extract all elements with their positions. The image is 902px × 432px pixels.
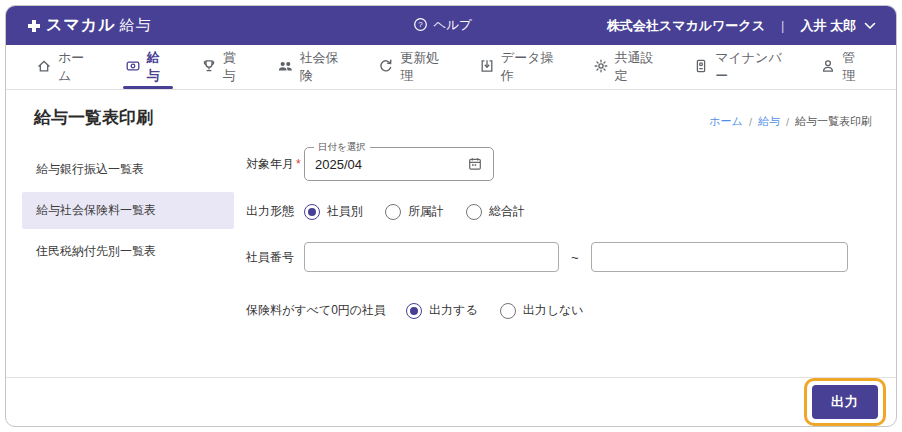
nav-item-social-insurance[interactable]: 社会保険 bbox=[277, 45, 349, 89]
radio-grand-total[interactable]: 総合計 bbox=[466, 203, 525, 220]
date-field-floating-label: 日付を選択 bbox=[314, 141, 370, 154]
print-settings-form: 対象年月* 日付を選択 2025/04 出力形態 社員別 bbox=[234, 145, 872, 377]
nav-item-admin[interactable]: 管理 bbox=[820, 45, 866, 89]
zero-premium-label: 保険料がすべて0円の社員 bbox=[246, 302, 386, 319]
radio-by-employee[interactable]: 社員別 bbox=[304, 203, 363, 220]
nav-item-payroll[interactable]: 給与 bbox=[125, 45, 171, 89]
help-question-icon: ? bbox=[413, 17, 428, 35]
sidebar-item-label: 給与銀行振込一覧表 bbox=[36, 162, 144, 176]
radio-label: 出力しない bbox=[523, 302, 584, 319]
sidebar-item-bank-transfer-list[interactable]: 給与銀行振込一覧表 bbox=[22, 151, 234, 188]
radio-icon bbox=[466, 204, 482, 220]
logo-product-text: 給与 bbox=[120, 16, 152, 35]
mynumber-card-icon bbox=[693, 58, 709, 77]
radio-icon bbox=[406, 303, 422, 319]
radio-icon bbox=[385, 204, 401, 220]
nav-item-mynumber[interactable]: マイナンバー bbox=[693, 45, 790, 89]
employee-number-label: 社員番号 bbox=[246, 249, 304, 266]
output-format-radio-group: 社員別 所属計 総合計 bbox=[304, 203, 525, 220]
plus-cross-icon bbox=[26, 18, 42, 34]
radio-output-no[interactable]: 出力しない bbox=[500, 302, 584, 319]
company-name: 株式会社スマカルワークス bbox=[607, 17, 765, 35]
required-mark: * bbox=[296, 157, 301, 171]
nav-item-update-process[interactable]: 更新処理 bbox=[378, 45, 449, 89]
radio-icon bbox=[304, 204, 320, 220]
sidebar-item-label: 住民税納付先別一覧表 bbox=[36, 244, 156, 258]
refresh-icon bbox=[378, 58, 394, 77]
nav-label: マイナンバー bbox=[715, 49, 790, 85]
calendar-icon[interactable] bbox=[467, 156, 483, 172]
target-month-value: 2025/04 bbox=[315, 157, 467, 172]
social-insurance-icon bbox=[277, 58, 294, 77]
chevron-down-icon bbox=[864, 18, 876, 33]
range-tilde: ~ bbox=[571, 250, 579, 265]
nav-label: 給与 bbox=[147, 49, 171, 85]
radio-label: 所属計 bbox=[408, 203, 444, 220]
breadcrumb: ホーム / 給与 / 給与一覧表印刷 bbox=[709, 114, 872, 129]
breadcrumb-current: 給与一覧表印刷 bbox=[795, 114, 872, 129]
help-label: ヘルプ bbox=[433, 17, 471, 34]
logo-brand-text: スマカル bbox=[46, 15, 116, 36]
radio-label: 総合計 bbox=[489, 203, 525, 220]
employee-number-from-input[interactable] bbox=[304, 242, 559, 272]
app-logo[interactable]: スマカル 給与 bbox=[26, 15, 152, 36]
data-operations-icon bbox=[479, 58, 495, 77]
main-navigation: ホーム 給与 賞与 社会保険 更新処理 データ操作 共通設定 マイナンバー bbox=[6, 45, 896, 90]
nav-label: 社会保険 bbox=[300, 49, 349, 85]
settings-gear-icon bbox=[593, 58, 609, 77]
nav-label: 管理 bbox=[842, 49, 866, 85]
nav-item-bonus[interactable]: 賞与 bbox=[201, 45, 247, 89]
nav-item-home[interactable]: ホーム bbox=[36, 45, 95, 89]
breadcrumb-separator: / bbox=[786, 116, 789, 128]
report-sidebar: 給与銀行振込一覧表 給与社会保険料一覧表 住民税納付先別一覧表 bbox=[22, 145, 234, 377]
employee-number-to-input[interactable] bbox=[591, 242, 848, 272]
header-divider: | bbox=[781, 18, 784, 33]
nav-item-data-operations[interactable]: データ操作 bbox=[479, 45, 563, 89]
app-header: スマカル 給与 ? ヘルプ 株式会社スマカルワークス | 入井 太郎 bbox=[6, 6, 896, 45]
nav-item-common-settings[interactable]: 共通設定 bbox=[593, 45, 664, 89]
nav-label: 賞与 bbox=[223, 49, 247, 85]
highlight-annotation: 出力 bbox=[804, 378, 886, 426]
sidebar-item-social-insurance-list[interactable]: 給与社会保険料一覧表 bbox=[22, 192, 234, 229]
target-month-label: 対象年月* bbox=[246, 156, 304, 173]
nav-label: ホーム bbox=[58, 49, 95, 85]
payroll-icon bbox=[125, 58, 141, 77]
target-month-date-field[interactable]: 日付を選択 2025/04 bbox=[304, 147, 494, 181]
admin-person-icon bbox=[820, 58, 836, 77]
help-button[interactable]: ? ヘルプ bbox=[413, 17, 471, 35]
output-button[interactable]: 出力 bbox=[812, 385, 878, 419]
form-footer: 出力 bbox=[6, 377, 896, 426]
user-name: 入井 太郎 bbox=[800, 17, 856, 35]
nav-label: 共通設定 bbox=[615, 49, 664, 85]
home-icon bbox=[36, 58, 52, 77]
radio-label: 社員別 bbox=[327, 203, 363, 220]
sidebar-item-label: 給与社会保険料一覧表 bbox=[36, 203, 156, 217]
nav-label: 更新処理 bbox=[400, 49, 449, 85]
radio-label: 出力する bbox=[429, 302, 478, 319]
nav-label: データ操作 bbox=[501, 49, 563, 85]
user-menu[interactable]: 入井 太郎 bbox=[800, 17, 876, 35]
breadcrumb-home-link[interactable]: ホーム bbox=[709, 114, 743, 129]
app-window: スマカル 給与 ? ヘルプ 株式会社スマカルワークス | 入井 太郎 ホーム bbox=[5, 5, 897, 427]
breadcrumb-separator: / bbox=[749, 116, 752, 128]
radio-icon bbox=[500, 303, 516, 319]
breadcrumb-section-link[interactable]: 給与 bbox=[758, 114, 780, 129]
bonus-trophy-icon bbox=[201, 58, 217, 77]
radio-output-yes[interactable]: 出力する bbox=[406, 302, 478, 319]
svg-text:?: ? bbox=[419, 20, 424, 29]
output-format-label: 出力形態 bbox=[246, 203, 304, 220]
zero-premium-radio-group: 出力する 出力しない bbox=[406, 302, 583, 319]
radio-by-department[interactable]: 所属計 bbox=[385, 203, 444, 220]
page-title: 給与一覧表印刷 bbox=[34, 106, 153, 129]
sidebar-item-resident-tax-list[interactable]: 住民税納付先別一覧表 bbox=[22, 233, 234, 270]
